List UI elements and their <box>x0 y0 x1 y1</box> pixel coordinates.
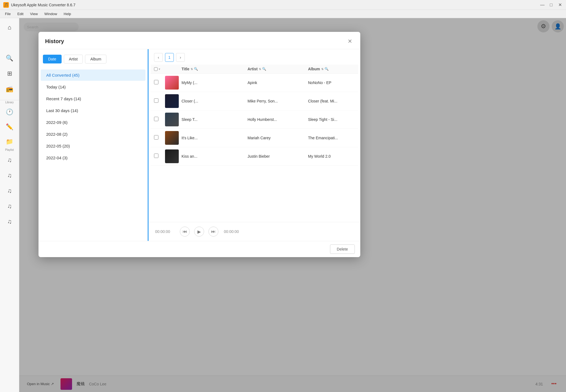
row-2-album-art <box>165 113 179 126</box>
row-3-album: The Emancipati... <box>308 136 360 140</box>
minimize-button[interactable]: — <box>540 2 545 8</box>
sidebar-radio-button[interactable]: 📻 <box>3 82 16 96</box>
sidebar-playlist-1[interactable]: ♫ <box>3 154 16 167</box>
artist-search-icon[interactable]: 🔍 <box>262 67 266 71</box>
filter-date-tab[interactable]: Date <box>43 55 62 63</box>
filter-artist-tab[interactable]: Artist <box>64 55 83 63</box>
menu-help[interactable]: Help <box>61 11 74 17</box>
sidebar-pencil-button[interactable]: ✏️ <box>3 120 16 134</box>
table-row: Sleep T... Holly Humberst... Sleep Tight… <box>151 110 358 129</box>
menu-bar: File Edit View Window Help <box>0 10 566 18</box>
category-today[interactable]: Today (14) <box>41 81 145 93</box>
pagination-prev[interactable]: ‹ <box>154 53 163 62</box>
modal-header: History ✕ <box>39 32 360 49</box>
right-panel: ‹ 1 › ▾ <box>149 49 360 241</box>
delete-button[interactable]: Delete <box>330 244 355 254</box>
sidebar-recent-button[interactable]: 🕐 <box>3 105 16 119</box>
sidebar-playlist-2[interactable]: ♫ <box>3 169 16 182</box>
row-0-checkbox[interactable] <box>154 80 158 84</box>
library-label: Library <box>5 101 14 104</box>
album-search-icon[interactable]: 🔍 <box>325 67 329 71</box>
th-album: Album ⇅ 🔍 <box>308 67 360 71</box>
category-2022-05[interactable]: 2022-05 (20) <box>41 140 145 152</box>
row-2-checkbox-cell <box>154 117 165 122</box>
maximize-button[interactable]: □ <box>548 2 554 8</box>
select-all-checkbox[interactable] <box>154 67 158 71</box>
table-row: Kiss an... Justin Bieber My World 2.0 00… <box>151 147 358 166</box>
sidebar-grid-button[interactable]: ⊞ <box>3 67 16 80</box>
song-table: ▾ Title ⇅ 🔍 Artist ⇅ <box>149 65 360 222</box>
filter-album-tab[interactable]: Album <box>85 55 106 63</box>
playlists-label: Playlist <box>5 148 14 151</box>
pagination-page-1[interactable]: 1 <box>165 53 174 62</box>
row-0-album-art <box>165 76 179 90</box>
modal-footer: Delete <box>39 241 360 257</box>
row-2-checkbox[interactable] <box>154 117 158 121</box>
main-content: ⚙ 👤 Search Open in Music ↗ 魔镜 CoCo Lee 4… <box>19 18 566 392</box>
category-recent-7days[interactable]: Recent 7 days (14) <box>41 93 145 104</box>
row-4-album: My World 2.0 <box>308 154 360 159</box>
th-checkbox: ▾ <box>154 67 165 71</box>
album-col-label: Album <box>308 67 320 71</box>
app-layout: ⌂ 🔍 ⊞ 📻 Library 🕐 ✏️ 📁 Playlist ♫ ♫ ♫ ♫ … <box>0 18 566 392</box>
artist-sort-icon[interactable]: ⇅ <box>259 68 261 71</box>
category-2022-04[interactable]: 2022-04 (3) <box>41 152 145 163</box>
table-row: Closer (... Mike Perry, Son... Closer (f… <box>151 92 358 110</box>
title-col-label: Title <box>182 67 189 71</box>
sidebar-search-button[interactable]: 🔍 <box>3 52 16 65</box>
pagination-next[interactable]: › <box>176 53 185 62</box>
album-sort-icon[interactable]: ⇅ <box>321 68 323 71</box>
menu-window[interactable]: Window <box>42 11 60 17</box>
row-4-checkbox-cell <box>154 154 165 159</box>
menu-edit[interactable]: Edit <box>15 11 26 17</box>
row-0-artist: Apink <box>248 80 308 85</box>
row-1-checkbox-cell <box>154 98 165 104</box>
row-1-checkbox[interactable] <box>154 98 158 103</box>
app-icon: 🎵 <box>3 2 9 8</box>
sidebar-playlist-5[interactable]: ♫ <box>3 215 16 228</box>
row-0-album: NoNoNo - EP <box>308 80 360 85</box>
table-row: It's Like... Mariah Carey The Emancipati… <box>151 129 358 147</box>
modal-title: History <box>45 38 64 45</box>
sidebar-playlist-3[interactable]: ♫ <box>3 184 16 198</box>
row-1-title: Closer (... <box>182 99 248 103</box>
menu-file[interactable]: File <box>2 11 13 17</box>
sidebar-home-button[interactable]: ⌂ <box>3 21 16 34</box>
row-3-artist: Mariah Carey <box>248 136 308 140</box>
row-4-artist: Justin Bieber <box>248 154 308 159</box>
player-prev-button[interactable]: ⏮ <box>180 227 190 237</box>
close-window-button[interactable]: ✕ <box>557 2 563 8</box>
row-4-checkbox[interactable] <box>154 154 158 158</box>
menu-view[interactable]: View <box>27 11 40 17</box>
modal-overlay: History ✕ Date Artist Album <box>19 18 566 392</box>
row-3-checkbox[interactable] <box>154 135 158 140</box>
history-modal: History ✕ Date Artist Album <box>39 32 360 257</box>
row-3-title: It's Like... <box>182 136 248 140</box>
category-last-30days[interactable]: Last 30 days (14) <box>41 105 145 116</box>
row-1-artist: Mike Perry, Son... <box>248 99 308 103</box>
header-dropdown-arrow[interactable]: ▾ <box>159 68 160 71</box>
window-controls: — □ ✕ <box>540 2 563 8</box>
artist-col-label: Artist <box>248 67 258 71</box>
player-play-button[interactable]: ▶ <box>194 227 204 237</box>
modal-body: Date Artist Album All Converted (45) Tod… <box>39 49 360 241</box>
pagination-bar: ‹ 1 › <box>149 49 360 65</box>
filter-tabs: Date Artist Album <box>39 55 148 69</box>
category-2022-08[interactable]: 2022-08 (2) <box>41 129 145 140</box>
modal-close-button[interactable]: ✕ <box>346 37 354 45</box>
category-2022-09[interactable]: 2022-09 (6) <box>41 117 145 128</box>
row-1-album-art <box>165 94 179 108</box>
row-2-artist: Holly Humberst... <box>248 117 308 122</box>
sidebar-playlist-4[interactable]: ♫ <box>3 200 16 213</box>
player-time-end: 00:00:00 <box>224 229 243 234</box>
sidebar-folder-button[interactable]: 📁 <box>3 135 16 148</box>
category-all-converted[interactable]: All Converted (45) <box>41 69 145 81</box>
sidebar-apple-button[interactable] <box>3 36 16 49</box>
left-panel: Date Artist Album All Converted (45) Tod… <box>39 49 149 241</box>
icon-sidebar: ⌂ 🔍 ⊞ 📻 Library 🕐 ✏️ 📁 Playlist ♫ ♫ ♫ ♫ … <box>0 18 19 392</box>
table-header: ▾ Title ⇅ 🔍 Artist ⇅ <box>151 65 358 74</box>
row-4-album-art <box>165 149 179 163</box>
player-next-button[interactable]: ⏭ <box>208 227 218 237</box>
title-sort-icon[interactable]: ⇅ <box>191 68 193 71</box>
title-search-icon[interactable]: 🔍 <box>194 67 198 71</box>
